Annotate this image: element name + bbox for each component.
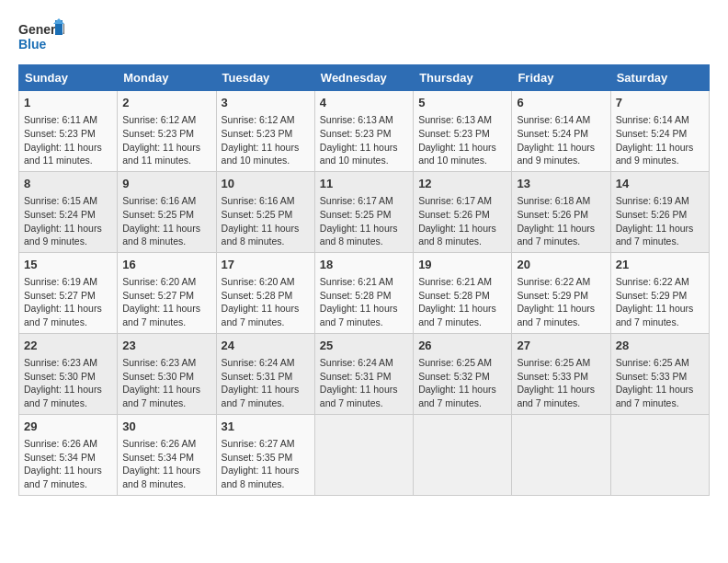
calendar-cell [610, 414, 709, 495]
calendar-cell: 9Sunrise: 6:16 AMSunset: 5:25 PMDaylight… [118, 171, 216, 252]
calendar-cell [314, 414, 413, 495]
day-of-week-header: Wednesday [314, 65, 413, 91]
calendar-cell: 14Sunrise: 6:19 AMSunset: 5:26 PMDayligh… [610, 171, 709, 252]
calendar-cell: 20Sunrise: 6:22 AMSunset: 5:29 PMDayligh… [512, 252, 610, 333]
day-of-week-header: Thursday [414, 65, 512, 91]
calendar-cell: 12Sunrise: 6:17 AMSunset: 5:26 PMDayligh… [414, 171, 512, 252]
calendar-header-row: SundayMondayTuesdayWednesdayThursdayFrid… [19, 65, 710, 91]
calendar-week-row: 8Sunrise: 6:15 AMSunset: 5:24 PMDaylight… [19, 171, 710, 252]
calendar-cell: 26Sunrise: 6:25 AMSunset: 5:32 PMDayligh… [414, 333, 512, 414]
calendar-cell: 25Sunrise: 6:24 AMSunset: 5:31 PMDayligh… [314, 333, 413, 414]
calendar-cell: 28Sunrise: 6:25 AMSunset: 5:33 PMDayligh… [610, 333, 709, 414]
calendar-cell: 13Sunrise: 6:18 AMSunset: 5:26 PMDayligh… [512, 171, 610, 252]
calendar-cell: 10Sunrise: 6:16 AMSunset: 5:25 PMDayligh… [216, 171, 314, 252]
calendar-cell: 21Sunrise: 6:22 AMSunset: 5:29 PMDayligh… [610, 252, 709, 333]
calendar-cell: 7Sunrise: 6:14 AMSunset: 5:24 PMDaylight… [610, 91, 709, 172]
logo-icon: General Blue [18, 18, 64, 55]
calendar-cell: 16Sunrise: 6:20 AMSunset: 5:27 PMDayligh… [118, 252, 216, 333]
calendar-cell: 8Sunrise: 6:15 AMSunset: 5:24 PMDaylight… [19, 171, 118, 252]
calendar-cell [414, 414, 512, 495]
day-of-week-header: Monday [118, 65, 216, 91]
svg-text:Blue: Blue [18, 37, 47, 52]
calendar-cell: 23Sunrise: 6:23 AMSunset: 5:30 PMDayligh… [118, 333, 216, 414]
calendar-cell: 22Sunrise: 6:23 AMSunset: 5:30 PMDayligh… [19, 333, 118, 414]
calendar-cell: 6Sunrise: 6:14 AMSunset: 5:24 PMDaylight… [512, 91, 610, 172]
calendar-cell: 31Sunrise: 6:27 AMSunset: 5:35 PMDayligh… [216, 414, 314, 495]
svg-marker-3 [53, 18, 64, 24]
day-of-week-header: Sunday [19, 65, 118, 91]
calendar-cell [512, 414, 610, 495]
calendar-cell: 17Sunrise: 6:20 AMSunset: 5:28 PMDayligh… [216, 252, 314, 333]
day-of-week-header: Friday [512, 65, 610, 91]
calendar-cell: 11Sunrise: 6:17 AMSunset: 5:25 PMDayligh… [314, 171, 413, 252]
calendar-week-row: 22Sunrise: 6:23 AMSunset: 5:30 PMDayligh… [19, 333, 710, 414]
calendar-cell: 1Sunrise: 6:11 AMSunset: 5:23 PMDaylight… [19, 91, 118, 172]
logo: General Blue [18, 18, 64, 55]
calendar-cell: 24Sunrise: 6:24 AMSunset: 5:31 PMDayligh… [216, 333, 314, 414]
calendar-cell: 18Sunrise: 6:21 AMSunset: 5:28 PMDayligh… [314, 252, 413, 333]
day-of-week-header: Tuesday [216, 65, 314, 91]
calendar-cell: 19Sunrise: 6:21 AMSunset: 5:28 PMDayligh… [414, 252, 512, 333]
calendar-week-row: 1Sunrise: 6:11 AMSunset: 5:23 PMDaylight… [19, 91, 710, 172]
calendar-cell: 3Sunrise: 6:12 AMSunset: 5:23 PMDaylight… [216, 91, 314, 172]
calendar-cell: 2Sunrise: 6:12 AMSunset: 5:23 PMDaylight… [118, 91, 216, 172]
calendar-table: SundayMondayTuesdayWednesdayThursdayFrid… [18, 64, 710, 496]
calendar-cell: 15Sunrise: 6:19 AMSunset: 5:27 PMDayligh… [19, 252, 118, 333]
day-of-week-header: Saturday [610, 65, 709, 91]
calendar-cell: 27Sunrise: 6:25 AMSunset: 5:33 PMDayligh… [512, 333, 610, 414]
calendar-cell: 5Sunrise: 6:13 AMSunset: 5:23 PMDaylight… [414, 91, 512, 172]
calendar-cell: 29Sunrise: 6:26 AMSunset: 5:34 PMDayligh… [19, 414, 118, 495]
calendar-cell: 4Sunrise: 6:13 AMSunset: 5:23 PMDaylight… [314, 91, 413, 172]
calendar-week-row: 15Sunrise: 6:19 AMSunset: 5:27 PMDayligh… [19, 252, 710, 333]
page-header: General Blue [18, 18, 710, 55]
calendar-week-row: 29Sunrise: 6:26 AMSunset: 5:34 PMDayligh… [19, 414, 710, 495]
calendar-cell: 30Sunrise: 6:26 AMSunset: 5:34 PMDayligh… [118, 414, 216, 495]
